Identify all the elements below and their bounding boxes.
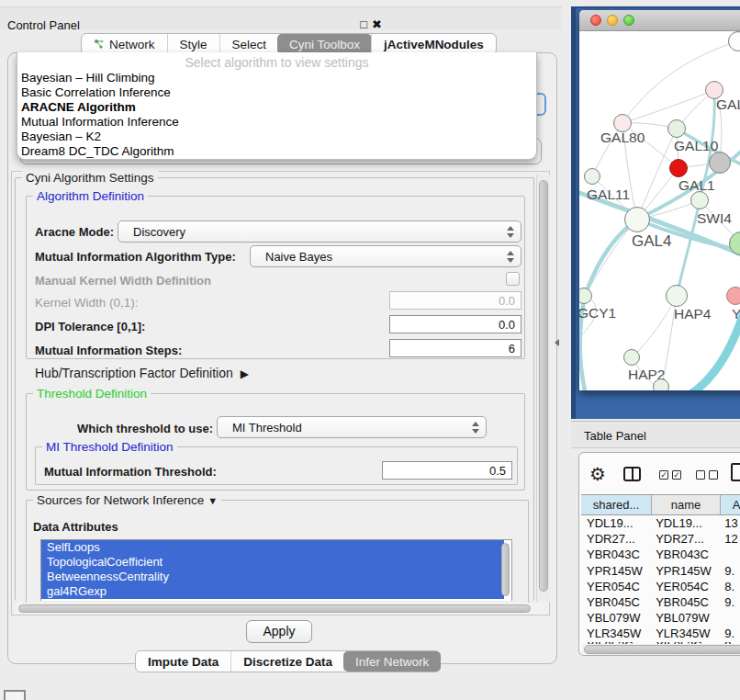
node-unlabeled-bottom[interactable] [653,378,669,390]
node-hap4[interactable] [666,285,688,307]
sources-toggle[interactable]: Sources for Network Inference▼ [33,493,221,507]
checked-column-icon[interactable]: ✓ [672,470,681,480]
algorithm-dropdown-overlay: Select algorithm to view settings Bayesi… [17,52,537,160]
collapse-down-icon: ▼ [207,495,218,506]
which-threshold-combo[interactable]: MI Threshold [217,416,487,438]
page-icon[interactable] [731,463,740,481]
list-item-gal4rgexp[interactable]: gal4RGexp [41,584,504,599]
float-icon[interactable]: □ [360,17,367,31]
table-row[interactable]: YBR043C YBR043C [581,547,740,562]
unchecked-column-icon[interactable] [696,470,705,480]
node-gray[interactable] [709,152,731,174]
traffic-close-icon[interactable] [590,15,601,26]
data-attributes-label: Data Attributes [33,520,118,534]
bottom-tab-bar: Impute Data Discretize Data Infer Networ… [135,650,441,672]
node-label: GAL80 [600,130,645,146]
settings-hscrollbar-track[interactable] [15,603,544,615]
tab-impute-data[interactable]: Impute Data [136,651,230,672]
table-row[interactable]: YDR27... YDR27... 12 [581,531,740,547]
settings-hscrollbar-thumb[interactable] [18,604,531,613]
node-gal4[interactable] [624,207,650,232]
group-title: MI Threshold Definition [42,440,177,454]
mini-palette-icon[interactable] [4,690,26,700]
network-window[interactable]: GAL GAL80 GAL10 GAL1 GAL11 SWI4 GAL4 GCY… [579,10,740,390]
mi-type-label: Mutual Information Algorithm Type: [35,250,236,264]
table-row[interactable]: YER054C YER054C 8. [581,579,740,594]
mi-steps-field[interactable]: 6 [389,339,521,357]
column-header-clipped[interactable]: A [721,495,740,514]
aracne-mode-combo[interactable]: Discovery [118,220,521,243]
tab-jactivemnodules[interactable]: jActiveMNodules [371,34,496,54]
node-label: HAP4 [674,306,712,322]
table-row[interactable]: YLR345W YLR345W 9. [581,626,740,641]
dropdown-item-bayesian-k2[interactable]: Bayesian – K2 [17,130,536,144]
node-label: Y [732,306,740,322]
which-threshold-label: Which threshold to use: [77,422,213,435]
manual-kernel-label: Manual Kernel Width Definition [35,274,211,288]
kernel-width-label: Kernel Width (0,1): [35,296,139,310]
hub-section-toggle[interactable]: Hub/Transcription Factor Definition▶ [35,366,249,380]
node-label: SWI4 [697,210,732,227]
settings-vscrollbar-track[interactable] [536,175,550,602]
column-header-name[interactable]: name [652,495,721,514]
apply-button[interactable]: Apply [246,620,312,643]
column-header-shared-name[interactable]: shared... [581,495,652,514]
tab-style[interactable]: Style [167,34,219,54]
dropdown-item-mutual-information[interactable]: Mutual Information Inference [17,115,536,130]
checked-column-icon[interactable]: ✓ [659,470,668,480]
node-salmon[interactable] [726,287,740,305]
list-item-topologicalcoefficient[interactable]: TopologicalCoefficient [41,555,504,570]
traffic-zoom-icon[interactable] [623,15,634,26]
dropdown-placeholder: Select algorithm to view settings [17,52,536,71]
node-hap2[interactable] [623,349,640,366]
dpi-tolerance-field[interactable]: 0.0 [389,315,521,333]
table-hscrollbar-track[interactable] [582,644,740,655]
tab-network[interactable]: Network [82,34,167,54]
table-row[interactable]: YBL079W YBL079W [581,610,740,626]
control-panel-titlebar: Control Panel □ ✖ [0,6,562,29]
columns-icon[interactable] [623,467,641,481]
splitter-collapse-icon[interactable] [555,339,559,346]
traffic-minimize-icon[interactable] [607,15,618,26]
node-label: GAL11 [587,186,630,203]
table-row[interactable]: YDL19... YDL19... 13 [581,515,740,531]
kernel-width-field[interactable]: 0.0 [389,291,521,310]
list-item-betweennesscentrality[interactable]: BetweennessCentrality [41,570,504,584]
table-panel-title: Table Panel [584,429,646,443]
table-hscrollbar-thumb[interactable] [584,645,740,654]
node-gal10[interactable] [667,119,686,138]
tab-infer-network[interactable]: Infer Network [343,651,441,672]
attributes-list[interactable]: SelfLoops TopologicalCoefficient Between… [40,539,512,601]
manual-kernel-checkbox[interactable] [506,272,520,286]
list-scrollbar[interactable] [501,543,510,596]
dropdown-item-bayesian-hill[interactable]: Bayesian – Hill Climbing [17,71,536,85]
dropdown-item-dream8[interactable]: Dream8 DC_TDC Algorithm [17,144,536,159]
unchecked-column-icon[interactable] [709,470,718,480]
expand-right-icon: ▶ [241,367,249,380]
dropdown-item-basic-correlation[interactable]: Basic Correlation Inference [17,85,536,100]
mi-steps-label: Mutual Information Steps: [35,344,182,357]
group-title: Threshold Definition [33,387,151,401]
mi-threshold-field[interactable]: 0.5 [382,461,512,480]
list-item-selfloops[interactable]: SelfLoops [41,540,504,555]
mi-type-combo[interactable]: Naive Bayes [250,245,521,267]
network-canvas[interactable]: GAL GAL80 GAL10 GAL1 GAL11 SWI4 GAL4 GCY… [579,30,740,390]
tab-cyni-toolbox[interactable]: Cyni Toolbox [277,34,372,54]
tab-discretize-data[interactable]: Discretize Data [230,651,344,672]
node-gal11[interactable] [584,168,600,185]
tab-select[interactable]: Select [219,34,279,54]
settings-vscrollbar-thumb[interactable] [539,180,548,592]
dpi-tolerance-label: DPI Tolerance [0,1]: [35,320,145,333]
gear-icon[interactable]: ⚙ [589,465,606,483]
table-row[interactable]: YPR145W YPR145W 9. [581,563,740,579]
group-title: Algorithm Definition [33,189,148,203]
table-row[interactable]: YBR045C YBR045C 9. [581,594,740,610]
mi-threshold-label: Mutual Information Threshold: [44,465,217,479]
aracne-mode-label: Aracne Mode: [35,225,114,239]
close-icon[interactable]: ✖ [372,17,382,31]
table-panel-header: Table Panel [571,421,740,448]
node-swi4[interactable] [690,191,709,209]
node-gal1[interactable] [669,159,688,177]
dropdown-item-aracne[interactable]: ARACNE Algorithm [17,100,536,115]
window-titlebar[interactable] [579,10,740,31]
